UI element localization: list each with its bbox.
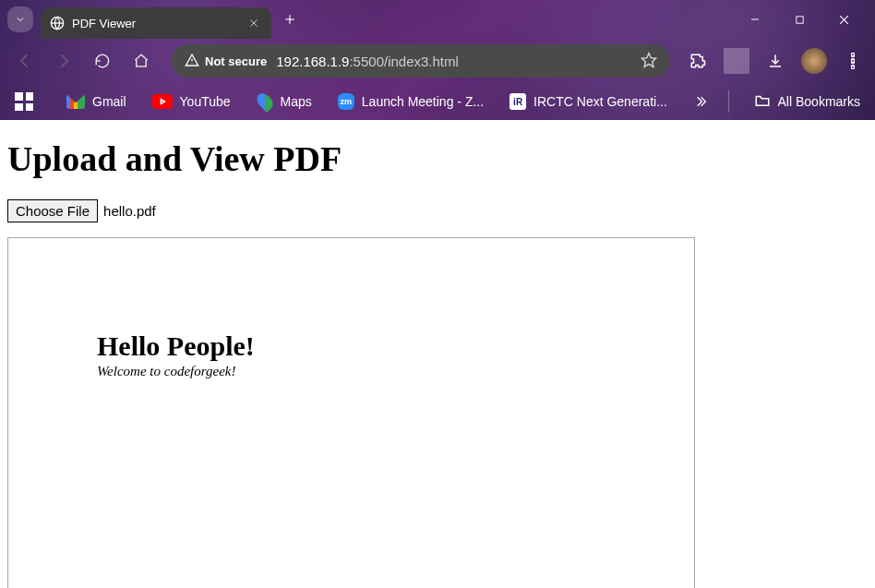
divider: [724, 48, 749, 74]
svg-point-16: [851, 66, 855, 69]
home-button[interactable]: [126, 45, 157, 77]
folder-icon: [754, 92, 771, 112]
address-bar[interactable]: Not secure 192.168.1.9:5500/index3.html: [172, 44, 670, 78]
bookmark-label: Maps: [281, 94, 312, 109]
profile-avatar[interactable]: [801, 48, 827, 74]
bookmark-irctc[interactable]: iR IRCTC Next Generati...: [504, 90, 673, 114]
close-icon[interactable]: [246, 15, 262, 31]
pdf-viewer-frame[interactable]: Hello People! Welcome to codeforgeek!: [7, 237, 695, 588]
back-button[interactable]: [9, 45, 41, 77]
svg-point-15: [851, 59, 855, 63]
maps-icon: [257, 93, 273, 110]
browser-chrome: PDF Viewer: [0, 0, 875, 120]
all-bookmarks-label: All Bookmarks: [778, 94, 860, 109]
maximize-button[interactable]: [783, 5, 816, 34]
svg-marker-12: [642, 53, 656, 66]
svg-point-14: [851, 53, 855, 56]
bookmark-youtube[interactable]: YouTube: [147, 90, 236, 113]
youtube-icon: [152, 94, 173, 109]
all-bookmarks-button[interactable]: All Bookmarks: [749, 89, 866, 115]
window-controls: [738, 5, 868, 34]
forward-button[interactable]: [48, 45, 79, 77]
bookmark-gmail[interactable]: Gmail: [61, 90, 132, 113]
downloads-button[interactable]: [762, 48, 788, 74]
bookmark-maps[interactable]: Maps: [251, 90, 318, 114]
address-text: 192.168.1.9:5500/index3.html: [276, 54, 631, 69]
warning-icon: [185, 53, 199, 70]
apps-button[interactable]: [9, 89, 46, 114]
browser-tab[interactable]: PDF Viewer: [41, 7, 271, 39]
titlebar: PDF Viewer: [0, 0, 875, 39]
extensions-button[interactable]: [685, 48, 711, 74]
page-body: Upload and View PDF Choose File hello.pd…: [0, 120, 875, 588]
choose-file-button[interactable]: Choose File: [7, 199, 98, 222]
security-badge[interactable]: Not secure: [185, 53, 267, 70]
page-viewport[interactable]: Upload and View PDF Choose File hello.pd…: [0, 120, 875, 588]
selected-file-name: hello.pdf: [103, 203, 156, 219]
bookmark-overflow-button[interactable]: [688, 90, 713, 113]
toolbar-right: [685, 48, 866, 74]
apps-icon: [15, 92, 33, 111]
new-tab-button[interactable]: [277, 6, 303, 32]
gmail-icon: [66, 94, 85, 109]
bookmark-label: IRCTC Next Generati...: [533, 94, 667, 109]
tab-title: PDF Viewer: [72, 17, 238, 30]
zoom-icon: zm: [338, 93, 354, 110]
tab-search-button[interactable]: [7, 6, 33, 32]
minimize-button[interactable]: [738, 5, 772, 34]
svg-marker-17: [161, 100, 164, 104]
pdf-subtitle: Welcome to codeforgeek!: [97, 364, 605, 379]
page-title: Upload and View PDF: [7, 138, 868, 179]
bookmark-label: Launch Meeting - Z...: [362, 94, 484, 109]
security-label: Not secure: [205, 54, 267, 68]
divider: [728, 90, 729, 113]
close-window-button[interactable]: [827, 5, 860, 34]
bookmark-label: YouTube: [180, 94, 231, 109]
toolbar: Not secure 192.168.1.9:5500/index3.html: [0, 39, 875, 83]
file-input[interactable]: Choose File hello.pdf: [7, 199, 868, 222]
pdf-heading: Hello People!: [97, 330, 605, 362]
bookmarks-bar: Gmail YouTube Maps zm Launch Meeting - Z…: [0, 83, 875, 120]
globe-icon: [50, 16, 65, 30]
svg-rect-7: [796, 16, 802, 22]
bookmark-zoom[interactable]: zm Launch Meeting - Z...: [332, 90, 489, 114]
menu-button[interactable]: [840, 48, 866, 74]
bookmark-star-button[interactable]: [641, 52, 657, 71]
bookmark-label: Gmail: [92, 94, 126, 109]
irctc-icon: iR: [509, 93, 526, 110]
reload-button[interactable]: [87, 45, 118, 77]
